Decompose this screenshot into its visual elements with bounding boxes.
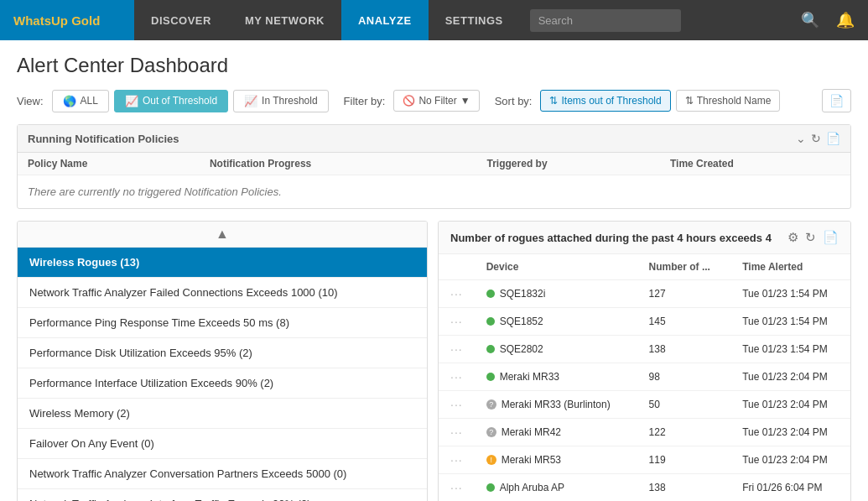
device-name: Meraki MR33 [500, 371, 559, 383]
filter-button[interactable]: 🚫 No Filter ▼ [393, 90, 479, 112]
view-out-of-threshold-button[interactable]: 📈 Out of Threshold [114, 90, 228, 112]
logo-text: WhatsUp Gold [13, 13, 100, 28]
status-green-icon [486, 317, 495, 326]
device-name: Alph Aruba AP [500, 482, 564, 493]
refresh-right-icon[interactable]: ↻ [805, 230, 816, 245]
row-device-cell: SQE1832i [475, 280, 637, 308]
notif-col-triggered: Triggered by [477, 153, 660, 175]
nav-settings[interactable]: SETTINGS [429, 0, 520, 40]
row-time-cell: Tue 01/23 2:04 PM [730, 363, 850, 391]
refresh-icon[interactable]: ↻ [811, 132, 821, 145]
list-item[interactable]: Performance Disk Utilization Exceeds 95%… [18, 338, 427, 368]
row-device-cell: ?Meraki MR33 (Burlinton) [475, 391, 637, 419]
export-right-icon[interactable]: 📄 [823, 230, 839, 245]
table-row: ··· ?Meraki MR42 122 Tue 01/23 2:04 PM [439, 419, 850, 446]
row-menu-icon[interactable]: ··· [450, 370, 463, 384]
list-item[interactable]: Performance Ping Response Time Exceeds 5… [18, 308, 427, 338]
sort-items-out-button[interactable]: ⇅ Items out of Threshold [540, 90, 670, 112]
export-panel-icon[interactable]: 📄 [826, 132, 840, 145]
notification-panel: Running Notification Policies ⌄ ↻ 📄 Poli… [17, 124, 851, 209]
row-menu-icon[interactable]: ··· [450, 398, 463, 411]
right-panel-title: Number of rogues attached during the pas… [450, 232, 787, 244]
row-device-cell: SQE1852 [475, 308, 637, 336]
search-input[interactable] [530, 9, 681, 32]
view-all-label: ALL [81, 95, 98, 107]
main-content: ▲ Wireless Rogues (13) Network Traffic A… [17, 221, 851, 501]
row-number-cell: 127 [637, 280, 731, 308]
notification-table: Policy Name Notification Progress Trigge… [18, 153, 850, 208]
col-time: Time Alerted [730, 254, 850, 280]
filter-label: Filter by: [344, 95, 386, 107]
status-unknown-icon: ? [486, 399, 496, 410]
gear-icon[interactable]: ⚙ [787, 230, 798, 245]
row-time-cell: Fri 01/26 6:04 PM [730, 474, 850, 502]
logo: WhatsUp Gold [0, 0, 134, 40]
row-menu-icon[interactable]: ··· [450, 453, 463, 467]
nav-analyze[interactable]: ANALYZE [341, 0, 429, 40]
search-icon[interactable]: 🔍 [801, 11, 819, 29]
chevron-down-icon[interactable]: ⌄ [796, 132, 806, 145]
left-panel-nav-top: ▲ [18, 222, 427, 248]
row-menu-cell[interactable]: ··· [439, 419, 475, 446]
row-menu-icon[interactable]: ··· [450, 425, 463, 439]
view-in-label: In Threshold [262, 95, 318, 107]
row-time-cell: Tue 01/23 1:54 PM [730, 308, 850, 336]
bell-icon[interactable]: 🔔 [836, 11, 855, 29]
nav-my-network[interactable]: MY NETWORK [228, 0, 341, 40]
list-item[interactable]: Performance Interface Utilization Exceed… [18, 368, 427, 399]
list-item[interactable]: Wireless Memory (2) [18, 399, 427, 429]
device-name: SQE2802 [500, 343, 543, 355]
chevron-up-icon[interactable]: ▲ [216, 227, 229, 242]
list-item[interactable]: Network Traffic Analyzer Conversation Pa… [18, 459, 427, 489]
list-item[interactable]: Failover On Any Event (0) [18, 429, 427, 459]
nav-icon-area: 🔍 🔔 [787, 11, 868, 29]
device-name: SQE1832i [500, 288, 546, 300]
row-time-cell: Tue 01/23 2:04 PM [730, 419, 850, 446]
no-filter-icon: 🚫 [403, 95, 415, 107]
row-menu-cell[interactable]: ··· [439, 336, 475, 363]
row-device-cell: ?Meraki MR42 [475, 419, 637, 446]
row-number-cell: 50 [637, 391, 731, 419]
row-menu-cell[interactable]: ··· [439, 280, 475, 308]
col-device: Device [475, 254, 637, 280]
row-menu-cell[interactable]: ··· [439, 391, 475, 419]
nav-discover[interactable]: DISCOVER [134, 0, 228, 40]
status-unknown-icon: ? [486, 427, 496, 437]
panel-controls: ⌄ ↻ 📄 [796, 132, 840, 145]
col-menu [439, 254, 475, 280]
list-item[interactable]: Network Traffic Analyzer Interface Traff… [18, 489, 427, 501]
device-name: Meraki MR42 [502, 426, 561, 438]
export-button[interactable]: 📄 [822, 89, 851, 112]
table-row: ··· SQE1832i 127 Tue 01/23 1:54 PM [439, 280, 850, 308]
view-in-threshold-button[interactable]: 📈 In Threshold [233, 90, 329, 112]
right-panel-controls: ⚙ ↻ 📄 [787, 230, 839, 245]
sort-threshold-name-label: Threshold Name [697, 95, 772, 107]
row-menu-cell[interactable]: ··· [439, 363, 475, 391]
row-menu-icon[interactable]: ··· [450, 315, 463, 328]
status-green-icon [486, 290, 495, 298]
page-title: Alert Center Dashboard [17, 54, 851, 77]
view-all-button[interactable]: 🌎 ALL [52, 90, 109, 112]
view-out-label: Out of Threshold [143, 95, 217, 107]
list-item[interactable]: Network Traffic Analyzer Failed Connecti… [18, 278, 427, 308]
sort-threshold-name-button[interactable]: ⇅ Threshold Name [676, 90, 781, 112]
table-row: ··· !Meraki MR53 119 Tue 01/23 2:04 PM [439, 446, 850, 474]
row-menu-cell[interactable]: ··· [439, 474, 475, 502]
table-row: ··· Meraki MR33 98 Tue 01/23 2:04 PM [439, 363, 850, 391]
nav-items: DISCOVER MY NETWORK ANALYZE SETTINGS [134, 0, 520, 40]
row-device-cell: !Meraki MR53 [475, 446, 637, 474]
device-name: SQE1852 [500, 316, 543, 327]
notification-panel-header: Running Notification Policies ⌄ ↻ 📄 [18, 125, 850, 153]
left-panel: ▲ Wireless Rogues (13) Network Traffic A… [17, 221, 428, 501]
export-icon: 📄 [829, 94, 844, 107]
row-device-cell: Alph Aruba AP [475, 474, 637, 502]
notif-empty-message: There are currently no triggered Notific… [18, 175, 850, 209]
row-menu-cell[interactable]: ··· [439, 446, 475, 474]
list-item[interactable]: Wireless Rogues (13) [18, 248, 427, 278]
row-menu-icon[interactable]: ··· [450, 287, 463, 300]
row-menu-icon[interactable]: ··· [450, 481, 463, 494]
row-menu-icon[interactable]: ··· [450, 342, 463, 356]
notif-col-policy: Policy Name [18, 153, 200, 175]
row-menu-cell[interactable]: ··· [439, 308, 475, 336]
notif-col-time: Time Created [660, 153, 850, 175]
